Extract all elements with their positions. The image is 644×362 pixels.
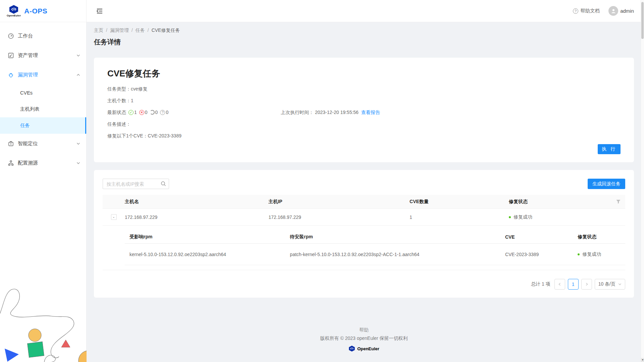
user-menu[interactable]: admin [608, 6, 634, 16]
pagination-total: 总计 1 项 [531, 281, 550, 287]
apartment-icon [8, 160, 14, 166]
task-type-line: 任务类型： cve修复 [107, 85, 621, 92]
host-table: 主机名 主机IP CVE数量 修复状态 - 172.168.97.229 [103, 195, 625, 270]
col-cve-count: CVE数量 [410, 199, 509, 205]
next-page-button[interactable] [581, 279, 592, 290]
status-unknown: ? 0 [160, 109, 168, 116]
collapse-row-button[interactable]: - [111, 214, 117, 220]
cell-affected-rpm: kernel-5.10.0-153.12.0.92.oe2203sp2.aarc… [125, 252, 290, 257]
sidebar-item-host-list[interactable]: 主机列表 [0, 101, 86, 117]
status-succeed: ✓ 1 [128, 109, 137, 116]
sidebar-item-label: 智能定位 [18, 140, 76, 147]
status-line: 最新状态 ✓ 1 ✕ 0 0 [107, 109, 621, 116]
cell-cve: CVE-2023-3389 [505, 252, 578, 257]
search-input[interactable] [103, 179, 169, 189]
latest-status: 最新状态 ✓ 1 ✕ 0 0 [107, 109, 281, 116]
submenu-item-label: 任务 [20, 122, 30, 129]
footer-copyright: 版权所有 © 2023 openEuler 保留一切权利 [94, 336, 634, 342]
breadcrumb: 主页漏洞管理任务CVE修复任务 [94, 27, 634, 34]
dashboard-icon [8, 33, 14, 39]
scrollbar-thumb[interactable] [641, 2, 644, 39]
brand[interactable]: OpenEuler A-OPS [0, 0, 86, 22]
col-install-rpm: 待安装rpm [290, 234, 505, 240]
sidebar-item-tasks[interactable]: 任务 [0, 117, 86, 134]
view-report-link[interactable]: 查看报告 [361, 110, 380, 115]
status-failed: ✕ 0 [139, 109, 148, 116]
page-size-select[interactable]: 10 条/页 [595, 279, 625, 290]
decorative-illustration [0, 284, 87, 362]
openeuler-logo-icon: OpenEuler [7, 5, 21, 17]
expanded-row: 受影响rpm 待安装rpm CVE 修复状态 kernel-5.10.0-153… [103, 226, 625, 270]
filter-icon[interactable] [616, 199, 621, 204]
openeuler-logo-label: OpenEuler [7, 14, 21, 17]
last-exec-block: 上次执行时间： 2023-12-20 19:55:56 查看报告 [281, 109, 380, 116]
sidebar-item-cves[interactable]: CVEs [0, 84, 86, 101]
breadcrumb-tasks[interactable]: 任务 [136, 27, 152, 33]
sidebar-item-label: 工作台 [18, 33, 80, 39]
question-circle-icon: ? [160, 110, 165, 115]
last-exec-value: 2023-12-20 19:55:56 [315, 110, 359, 115]
sidebar-item-workbench[interactable]: 工作台 [0, 26, 86, 46]
sidebar-item-label: 漏洞管理 [18, 72, 76, 78]
sidebar-item-vulnerability[interactable]: 漏洞管理 [0, 65, 86, 84]
sidebar-item-label: 配置溯源 [18, 160, 76, 166]
submenu-item-label: 主机列表 [20, 106, 40, 112]
cell-host-ip: 172.168.97.229 [268, 215, 410, 220]
footer-logo: OpenEuler [94, 346, 634, 352]
cve-fix-label: 修复以下1个CVE： [107, 132, 148, 139]
task-detail-card: CVE修复任务 任务类型： cve修复 主机个数： 1 最新状态 ✓ 1 [94, 58, 634, 162]
table-header: 主机名 主机IP CVE数量 修复状态 [103, 195, 625, 209]
scroll-down-button[interactable]: ▼ [641, 358, 644, 362]
username: admin [620, 8, 634, 14]
chevron-down-icon [76, 161, 80, 165]
pagination: 总计 1 项 1 10 条/页 [103, 279, 625, 290]
help-doc-link[interactable]: ? 帮助文档 [573, 8, 600, 14]
chevron-up-icon [76, 73, 80, 77]
task-actions: 执 行 [107, 144, 621, 154]
cell-inner-status: 修复成功 [578, 251, 625, 257]
help-icon: ? [573, 8, 578, 14]
help-doc-label: 帮助文档 [580, 8, 600, 14]
host-count-value: 1 [131, 97, 133, 104]
page-1-button[interactable]: 1 [568, 279, 579, 290]
vulnerability-submenu: CVEs 主机列表 任务 [0, 84, 86, 134]
inner-table-row: kernel-5.10.0-153.12.0.92.oe2203sp2.aarc… [125, 244, 625, 265]
app-title: A-OPS [24, 7, 47, 15]
sidebar-item-config-trace[interactable]: 配置溯源 [0, 153, 86, 173]
col-inner-status: 修复状态 [578, 234, 625, 240]
footer-logo-label: OpenEuler [357, 346, 379, 351]
sidebar-item-assets[interactable]: 资产管理 [0, 46, 86, 65]
cve-fix-line: 修复以下1个CVE： CVE-2023-3389 [107, 132, 621, 139]
edit-icon [8, 53, 14, 58]
cell-hostname: 172.168.97.229 [125, 215, 268, 220]
medicine-box-icon [8, 141, 14, 146]
main-area: ? 帮助文档 admin 主页漏洞管理任务CVE修复任务 任务详情 CVE修复任… [87, 0, 644, 362]
table-row: - 172.168.97.229 172.168.97.229 1 修复成功 [103, 209, 625, 226]
col-hostname: 主机名 [125, 199, 268, 205]
col-repair-status: 修复状态 [509, 199, 625, 205]
inner-table-header: 受影响rpm 待安装rpm CVE 修复状态 [125, 230, 625, 244]
topbar-right: ? 帮助文档 admin [573, 6, 634, 16]
cve-fix-value: CVE-2023-3389 [148, 132, 181, 139]
prev-page-button[interactable] [554, 279, 565, 290]
sidebar-item-smart-locate[interactable]: 智能定位 [0, 134, 86, 153]
task-type-value: cve修复 [131, 85, 148, 92]
sidebar: OpenEuler A-OPS 工作台 资产管理 [0, 0, 87, 362]
task-title: CVE修复任务 [107, 68, 621, 79]
chevron-down-icon [76, 142, 80, 145]
top-header: ? 帮助文档 admin [87, 0, 644, 22]
menu-fold-icon[interactable] [96, 7, 103, 15]
breadcrumb-vuln[interactable]: 漏洞管理 [110, 27, 136, 33]
breadcrumb-home[interactable]: 主页 [94, 27, 110, 33]
search-icon[interactable] [161, 181, 166, 186]
host-count-label: 主机个数： [107, 97, 131, 104]
execute-button[interactable]: 执 行 [598, 144, 621, 154]
page-content: 主页漏洞管理任务CVE修复任务 任务详情 CVE修复任务 任务类型： cve修复… [87, 22, 644, 362]
chevron-down-icon [618, 283, 622, 286]
chevron-down-icon [76, 54, 80, 57]
col-affected-rpm: 受影响rpm [125, 234, 290, 240]
generate-rollback-button[interactable]: 生成回滚任务 [588, 179, 625, 189]
app-root: OpenEuler A-OPS 工作台 资产管理 [0, 0, 644, 362]
host-search [103, 179, 169, 189]
footer-help-link[interactable]: 帮助 [94, 327, 634, 333]
